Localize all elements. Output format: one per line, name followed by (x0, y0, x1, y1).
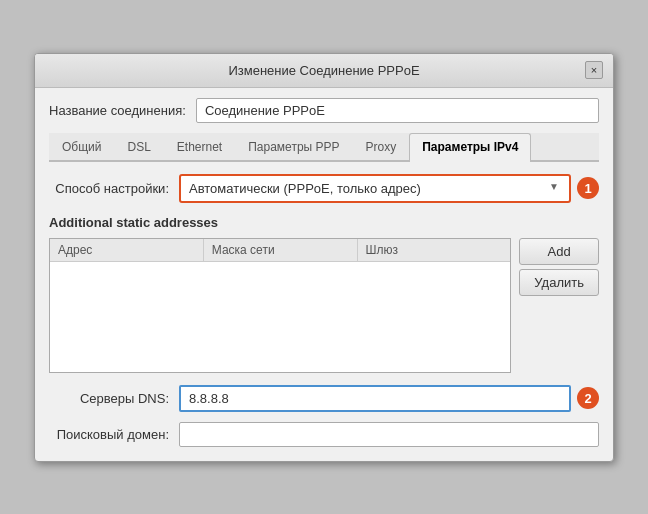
col-netmask: Маска сети (204, 239, 358, 261)
method-select-wrapper: Автоматически (PPPoE, только адрес) ▼ (179, 174, 571, 203)
tab-proxy[interactable]: Proxy (353, 133, 410, 160)
dns-label: Серверы DNS: (49, 391, 179, 406)
method-row: Способ настройки: Автоматически (PPPoE, … (49, 174, 599, 203)
title-bar: Изменение Соединение PPPoE × (35, 54, 613, 88)
tab-ipv4[interactable]: Параметры IPv4 (409, 133, 531, 162)
connection-name-label: Название соединения: (49, 103, 196, 118)
dns-input[interactable] (181, 387, 569, 410)
window-title: Изменение Соединение PPPoE (63, 63, 585, 78)
search-domain-input[interactable] (179, 422, 599, 447)
add-button[interactable]: Add (519, 238, 599, 265)
col-gateway: Шлюз (358, 239, 511, 261)
method-select[interactable]: Автоматически (PPPoE, только адрес) (181, 176, 569, 201)
tab-ppp[interactable]: Параметры PPP (235, 133, 352, 160)
table-wrapper: Адрес Маска сети Шлюз Add Удалить (49, 238, 599, 373)
table-title: Additional static addresses (49, 215, 599, 230)
table-section: Additional static addresses Адрес Маска … (49, 215, 599, 373)
col-address: Адрес (50, 239, 204, 261)
table-header: Адрес Маска сети Шлюз (50, 239, 510, 262)
connection-name-row: Название соединения: (49, 98, 599, 123)
search-domain-label: Поисковый домен: (49, 427, 179, 442)
close-button[interactable]: × (585, 61, 603, 79)
dns-row: Серверы DNS: 2 (49, 385, 599, 412)
tab-general[interactable]: Общий (49, 133, 115, 160)
window-body: Название соединения: Общий DSL Ethernet … (35, 88, 613, 461)
table-buttons: Add Удалить (519, 238, 599, 373)
method-badge: 1 (577, 177, 599, 199)
main-window: Изменение Соединение PPPoE × Название со… (34, 53, 614, 462)
tab-dsl[interactable]: DSL (115, 133, 164, 160)
dns-badge: 2 (577, 387, 599, 409)
search-domain-row: Поисковый домен: (49, 422, 599, 447)
table-body (50, 262, 510, 372)
addresses-table: Адрес Маска сети Шлюз (49, 238, 511, 373)
tab-ethernet[interactable]: Ethernet (164, 133, 235, 160)
tabs-bar: Общий DSL Ethernet Параметры PPP Proxy П… (49, 133, 599, 162)
delete-button[interactable]: Удалить (519, 269, 599, 296)
dns-input-wrapper (179, 385, 571, 412)
method-label: Способ настройки: (49, 181, 179, 196)
connection-name-input[interactable] (196, 98, 599, 123)
